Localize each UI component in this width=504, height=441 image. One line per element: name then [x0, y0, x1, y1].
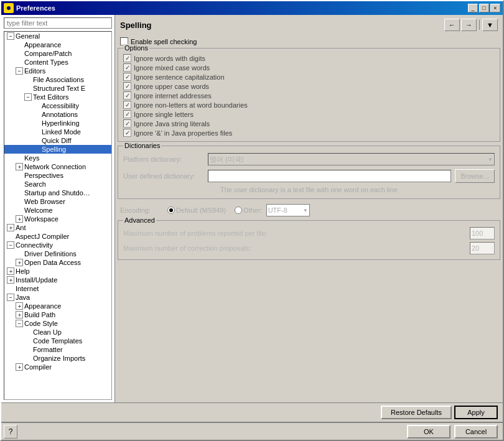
back-button[interactable]: ← [444, 19, 460, 31]
minimize-button[interactable]: _ [468, 4, 478, 12]
cancel-button[interactable]: Cancel [454, 425, 498, 439]
other-encoding-radio[interactable]: Other: UTF-8 ▼ [235, 204, 310, 216]
tree-toggle-java[interactable]: − [7, 294, 14, 301]
tree-label-text-editors: Text Editors [32, 93, 68, 101]
default-encoding-radio[interactable]: Default (MS949) [167, 207, 226, 214]
tree-item-startup-shutdown[interactable]: Startup and Shutdo… [4, 188, 111, 197]
tree-item-search[interactable]: Search [4, 180, 111, 188]
default-radio-btn[interactable] [167, 207, 175, 214]
tree-toggle-text-editors[interactable]: − [24, 93, 32, 101]
tree-toggle-open-data-access[interactable]: ＋ [16, 259, 23, 266]
tree-toggle-editors[interactable]: − [16, 67, 23, 75]
tree-item-text-editors[interactable]: −Text Editors [4, 93, 111, 101]
tree-label-annotations: Annotations [40, 111, 78, 118]
help-button[interactable]: ? [4, 425, 17, 439]
tree-item-web-browser[interactable]: Web Browser [4, 197, 111, 206]
tree-item-accessibility[interactable]: Accessibility [4, 101, 111, 110]
tree-item-internet[interactable]: Internet [4, 284, 111, 293]
option-checkbox-1[interactable] [123, 63, 131, 72]
tree-item-editors[interactable]: −Editors [4, 67, 111, 75]
restore-defaults-button[interactable]: Restore Defaults [381, 406, 452, 419]
content-area: −GeneralAppearanceCompare/PatchContent T… [1, 15, 503, 402]
option-row-1: Ignore mixed case words [123, 63, 495, 72]
tree-item-code-style[interactable]: −Code Style [4, 319, 111, 328]
tree-item-appearance[interactable]: Appearance [4, 40, 111, 49]
tree-item-compiler[interactable]: ＋Compiler [4, 363, 111, 371]
ok-button[interactable]: OK [407, 425, 450, 439]
user-dict-input[interactable] [208, 170, 451, 182]
tree-label-connectivity: Connectivity [14, 241, 53, 249]
tree-item-structured-text[interactable]: Structured Text E [4, 84, 111, 93]
tree-toggle-java-appearance[interactable]: ＋ [16, 302, 23, 310]
platform-dict-row: Platform dictionary: 영어 (미국) ▼ [123, 151, 495, 167]
tree-item-code-templates[interactable]: Code Templates [4, 337, 111, 345]
tree-item-perspectives[interactable]: Perspectives [4, 171, 111, 180]
option-checkbox-5[interactable] [123, 101, 131, 109]
preferences-window: Preferences _ □ × −GeneralAppearanceComp… [0, 0, 504, 441]
option-checkbox-4[interactable] [123, 91, 131, 100]
tree-toggle-workspace[interactable]: ＋ [16, 215, 23, 223]
tree-toggle-compiler[interactable]: ＋ [16, 363, 23, 371]
tree-item-help[interactable]: ＋Help [4, 267, 111, 276]
max-problems-input[interactable] [470, 227, 495, 239]
tree-toggle-ant[interactable]: ＋ [7, 224, 14, 231]
tree-toggle-code-style[interactable]: − [16, 320, 23, 327]
tree-item-clean-up[interactable]: Clean Up [4, 328, 111, 337]
tree-toggle-install-update[interactable]: ＋ [7, 276, 14, 284]
dropdown-button[interactable]: ▼ [482, 19, 498, 31]
tree-item-network-connection[interactable]: ＋Network Connection [4, 162, 111, 171]
tree-item-hyperlinking[interactable]: Hyperlinking [4, 119, 111, 128]
tree-item-ant[interactable]: ＋Ant [4, 223, 111, 232]
option-checkbox-3[interactable] [123, 82, 131, 90]
platform-dict-arrow: ▼ [488, 157, 493, 162]
tree-item-driver-definitions[interactable]: Driver Definitions [4, 249, 111, 258]
tree-toggle-build-path[interactable]: ＋ [16, 311, 23, 318]
dictionaries-group-title: Dictionaries [123, 142, 161, 149]
option-checkbox-6[interactable] [123, 110, 131, 118]
tree-item-aspectj[interactable]: AspectJ Compiler [4, 232, 111, 241]
tree-item-content-types[interactable]: Content Types [4, 58, 111, 67]
tree-toggle-connectivity[interactable]: − [7, 241, 14, 249]
tree-item-keys[interactable]: Keys [4, 154, 111, 162]
tree-item-welcome[interactable]: Welcome [4, 206, 111, 215]
other-radio-btn[interactable] [235, 207, 242, 214]
tree-item-build-path[interactable]: ＋Build Path [4, 310, 111, 319]
close-button[interactable]: × [490, 4, 500, 12]
tree-item-annotations[interactable]: Annotations [4, 110, 111, 119]
encoding-dropdown[interactable]: UTF-8 ▼ [266, 204, 310, 216]
tree-item-file-associations[interactable]: File Associations [4, 75, 111, 84]
tree-item-java[interactable]: −Java [4, 293, 111, 302]
browse-button[interactable]: Browse... [455, 169, 495, 183]
max-proposals-input[interactable] [470, 242, 495, 254]
option-label-3: Ignore upper case words [134, 83, 209, 90]
tree-item-organize-imports[interactable]: Organize Imports [4, 354, 111, 363]
tree-toggle-network-connection[interactable]: ＋ [16, 163, 23, 170]
option-checkbox-7[interactable] [123, 119, 131, 128]
tree-item-workspace[interactable]: ＋Workspace [4, 215, 111, 223]
platform-dict-dropdown[interactable]: 영어 (미국) ▼ [208, 153, 495, 165]
tree-item-quick-diff[interactable]: Quick Diff [4, 136, 111, 145]
tree-item-formatter[interactable]: Formatter [4, 345, 111, 354]
option-checkbox-8[interactable] [123, 129, 131, 137]
option-checkbox-2[interactable] [123, 73, 131, 81]
forward-button[interactable]: → [461, 19, 477, 31]
tree-item-linked-mode[interactable]: Linked Mode [4, 128, 111, 136]
tree-item-compare-patch[interactable]: Compare/Patch [4, 49, 111, 58]
tree-toggle-help[interactable]: ＋ [7, 267, 14, 275]
apply-button[interactable]: Apply [454, 406, 498, 419]
maximize-button[interactable]: □ [479, 4, 489, 12]
advanced-content: Maximum number of problems reported per … [123, 226, 495, 256]
tree-label-ant: Ant [14, 224, 26, 231]
left-panel: −GeneralAppearanceCompare/PatchContent T… [1, 15, 115, 402]
filter-input[interactable] [4, 17, 112, 29]
tree-label-appearance: Appearance [23, 41, 61, 49]
tree-item-general[interactable]: −General [4, 32, 111, 40]
tree-item-connectivity[interactable]: −Connectivity [4, 241, 111, 249]
tree-item-java-appearance[interactable]: ＋Appearance [4, 302, 111, 310]
tree-item-install-update[interactable]: ＋Install/Update [4, 276, 111, 284]
tree-item-open-data-access[interactable]: ＋Open Data Access [4, 258, 111, 267]
tree-item-spelling[interactable]: Spelling [4, 145, 111, 154]
tree-area[interactable]: −GeneralAppearanceCompare/PatchContent T… [4, 31, 112, 400]
tree-toggle-general[interactable]: − [7, 32, 14, 40]
option-checkbox-0[interactable] [123, 54, 131, 62]
